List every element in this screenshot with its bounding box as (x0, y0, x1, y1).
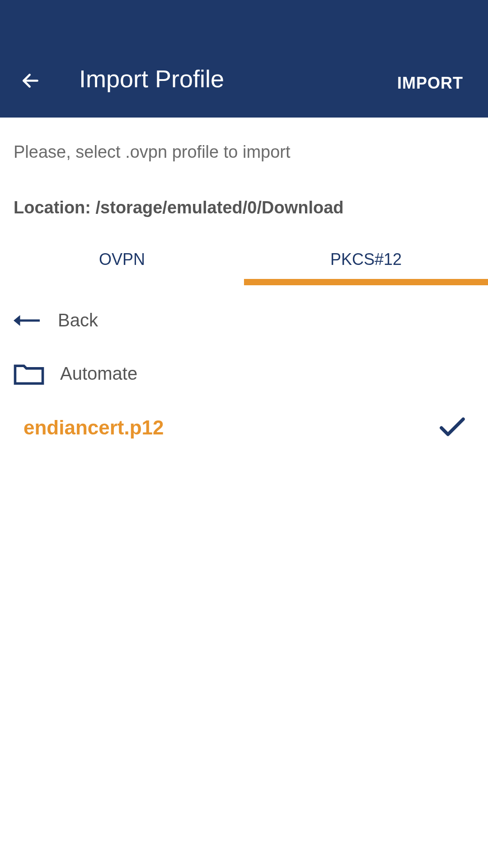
back-row[interactable]: Back (14, 301, 474, 340)
tab-bar: OVPN PKCS#12 (0, 240, 488, 285)
check-icon (439, 417, 465, 439)
back-label: Back (58, 310, 98, 330)
tab-ovpn[interactable]: OVPN (0, 240, 244, 285)
page-title: Import Profile (79, 65, 397, 93)
folder-row[interactable]: Automate (14, 353, 474, 394)
back-button[interactable] (20, 71, 41, 93)
app-header: Import Profile IMPORT (0, 0, 488, 118)
file-browser: Back Automate endiancert.p12 (0, 285, 488, 448)
import-button[interactable]: IMPORT (397, 74, 463, 93)
arrow-left-icon (14, 311, 40, 330)
tab-pkcs12[interactable]: PKCS#12 (244, 240, 488, 285)
folder-icon (14, 362, 44, 385)
content-area: Please, select .ovpn profile to import L… (0, 118, 488, 448)
folder-label: Automate (60, 363, 137, 384)
location-text: Location: /storage/emulated/0/Download (0, 162, 488, 217)
instruction-text: Please, select .ovpn profile to import (0, 118, 488, 162)
file-row-selected[interactable]: endiancert.p12 (14, 407, 474, 448)
arrow-left-icon (20, 71, 41, 93)
file-name: endiancert.p12 (23, 416, 164, 439)
